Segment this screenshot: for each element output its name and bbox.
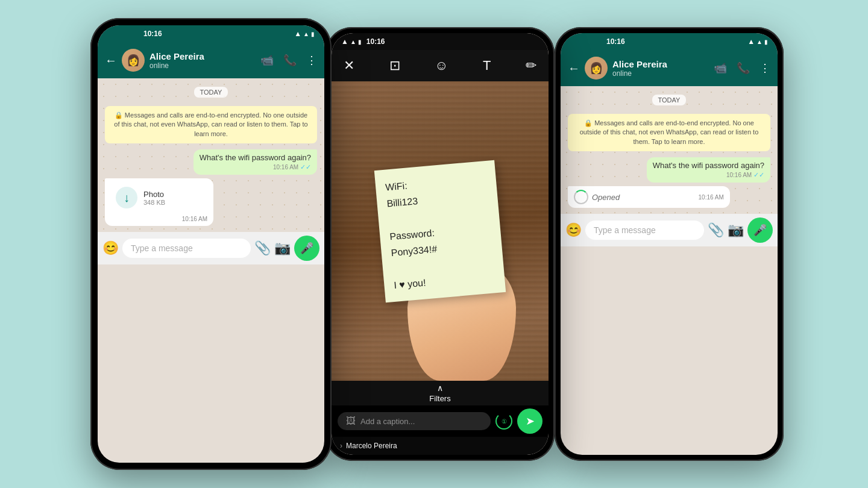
editor-toolbar: ✕ ⊡ ☺ T ✏ (332, 50, 549, 81)
filters-label: Filters (429, 394, 450, 403)
tick-icon-left: ✓✓ (300, 163, 311, 170)
video-call-button-right[interactable]: 📹 (714, 61, 727, 75)
filters-arrow-icon: ∧ (437, 383, 443, 393)
phone-middle: ▲ ▲ ▮ 10:16 ✕ ⊡ ☺ T ✏ WiFi:Bill (326, 27, 555, 461)
send-button-middle[interactable]: ➤ (517, 408, 542, 434)
time-right: 10:16 (606, 37, 625, 46)
contact-info-right: Alice Pereira online (612, 59, 709, 78)
phone-right: 10:16 ▲ ▲ ▮ ← 👩 Alice Pereira online 📹 📞… (555, 27, 784, 461)
signal-icon: ▲ (294, 30, 301, 38)
contact-name-left: Alice Pereira (149, 51, 256, 61)
emoji-button-left[interactable]: 😊 (102, 240, 119, 256)
photo-time-left: 10:16 AM (111, 216, 207, 222)
opened-time-right: 10:16 AM (699, 194, 724, 201)
crop-button[interactable]: ⊡ (389, 58, 400, 74)
avatar-left: 👩 (122, 49, 145, 72)
more-options-button-right[interactable]: ⋮ (760, 61, 770, 75)
back-button-right[interactable]: ← (568, 61, 580, 75)
filters-bar[interactable]: ∧ Filters (332, 381, 549, 405)
sender-text: Marcelo Pereira (346, 442, 397, 450)
contact-name-right: Alice Pereira (612, 59, 709, 69)
sender-chevron-icon: › (340, 442, 342, 450)
phone-left: 10:16 ▲ ▲ ▮ ← 👩 Alice Pereira online 📹 📞… (90, 18, 332, 470)
voice-call-button-left[interactable]: 📞 (283, 54, 297, 67)
input-bar-right: 😊 Type a message 📎 📷 🎤 (561, 214, 778, 246)
mic-button-right[interactable]: 🎤 (747, 217, 773, 243)
contact-status-right: online (612, 69, 709, 78)
mic-button-left[interactable]: 🎤 (294, 236, 319, 261)
battery-icon-right: ▮ (764, 39, 768, 45)
opened-icon-right (574, 190, 588, 204)
message-input-right[interactable]: Type a message (585, 221, 704, 240)
tick-icon-right: ✓✓ (753, 171, 764, 178)
close-editor-button[interactable]: ✕ (344, 58, 354, 74)
view-once-timer[interactable]: ① (495, 413, 512, 430)
camera-button-right[interactable]: 📷 (728, 222, 744, 238)
time-left: 10:16 (143, 30, 162, 38)
send-icon: ➤ (526, 414, 535, 428)
date-badge-right: TODAY (568, 95, 770, 105)
battery-icon-mid: ▮ (358, 39, 362, 45)
sticky-note: WiFi:Billi123Password:Pony334!#I ♥ you! (374, 160, 506, 302)
voice-call-button-right[interactable]: 📞 (737, 61, 750, 75)
caption-input[interactable]: 🖼 Add a caption... (338, 412, 491, 430)
note-text: WiFi:Billi123Password:Pony334!#I ♥ you! (385, 170, 495, 293)
contact-status-left: online (149, 61, 256, 70)
editor-image: WiFi:Billi123Password:Pony334!#I ♥ you! (332, 81, 549, 381)
opened-message-right: Opened 10:16 AM (568, 186, 730, 208)
camera-button-left[interactable]: 📷 (274, 240, 291, 256)
message-time-right: 10:16 AM ✓✓ (653, 171, 764, 179)
message-input-left[interactable]: Type a message (122, 239, 251, 258)
more-options-button-left[interactable]: ⋮ (306, 54, 317, 67)
encryption-notice-left: 🔒 Messages and calls are end-to-end encr… (105, 106, 317, 143)
opened-label-right: Opened (592, 193, 620, 202)
battery-icon: ▮ (311, 31, 315, 37)
contact-info-left: Alice Pereira online (149, 51, 256, 70)
photo-editor: ▲ ▲ ▮ 10:16 ✕ ⊡ ☺ T ✏ WiFi:Bill (332, 33, 549, 455)
attach-button-left[interactable]: 📎 (254, 240, 271, 256)
input-bar-left: 😊 Type a message 📎 📷 🎤 (98, 232, 324, 264)
wifi-icon-mid: ▲ (350, 39, 356, 45)
back-button-left[interactable]: ← (105, 54, 117, 67)
emoji-button-right[interactable]: 😊 (565, 222, 582, 238)
wifi-signal-icon-right: ▲ (756, 39, 763, 45)
chat-header-left: ← 👩 Alice Pereira online 📹 📞 ⋮ (98, 42, 324, 78)
avatar-right: 👩 (585, 57, 608, 80)
message-time-left: 10:16 AM ✓✓ (200, 163, 311, 171)
status-bar-right: 10:16 ▲ ▲ ▮ (561, 33, 778, 50)
photo-icon-left: ↓ (116, 187, 137, 208)
emoji-editor-button[interactable]: ☺ (435, 58, 448, 74)
encryption-notice-right: 🔒 Messages and calls are end-to-end encr… (568, 114, 770, 151)
text-button[interactable]: T (483, 58, 491, 74)
status-bar-left: 10:16 ▲ ▲ ▮ (98, 25, 324, 42)
photo-details-left: Photo 348 KB (143, 190, 165, 206)
signal-icon-right: ▲ (747, 37, 755, 46)
caption-emoji-icon: 🖼 (346, 416, 356, 427)
video-call-button-left[interactable]: 📹 (260, 54, 274, 67)
sender-name-bar: › Marcelo Pereira (332, 437, 549, 455)
wifi-signal-icon: ▲ (303, 31, 309, 37)
outgoing-message-right: What's the wifi password again? 10:16 AM… (647, 157, 770, 183)
draw-button[interactable]: ✏ (526, 58, 536, 74)
signal-icon-mid: ▲ (341, 37, 348, 46)
date-badge-left: TODAY (105, 87, 317, 98)
outgoing-message-left: What's the wifi password again? 10:16 AM… (193, 149, 317, 175)
time-middle: 10:16 (366, 37, 385, 46)
photo-message-left[interactable]: ↓ Photo 348 KB 10:16 AM (105, 178, 213, 226)
chat-area-left: TODAY 🔒 Messages and calls are end-to-en… (98, 78, 324, 232)
attach-button-right[interactable]: 📎 (708, 222, 724, 238)
status-bar-middle: ▲ ▲ ▮ 10:16 (332, 33, 549, 50)
chat-area-right: TODAY 🔒 Messages and calls are end-to-en… (561, 86, 778, 214)
caption-bar: 🖼 Add a caption... ① ➤ (332, 405, 549, 437)
chat-header-right: ← 👩 Alice Pereira online 📹 📞 ⋮ (561, 50, 778, 86)
